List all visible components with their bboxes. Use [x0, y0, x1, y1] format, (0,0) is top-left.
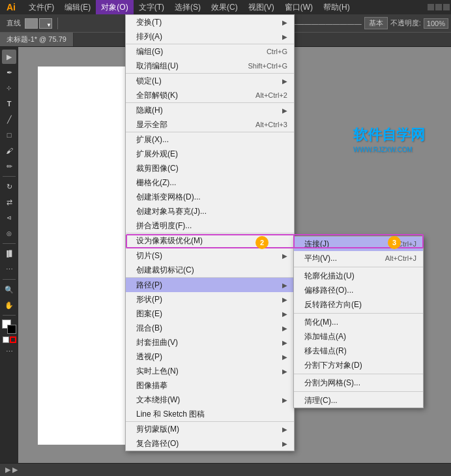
- menu-pixel-perfect[interactable]: 设为像素级优化(M): [126, 233, 294, 248]
- doc-tab[interactable]: 未标题-1* @ 75.79: [0, 33, 74, 46]
- menu-section-9: 形状(P) ▶ 图案(E) ▶ 混合(B) ▶ 封套扭曲(V) ▶ 透视(P) …: [126, 292, 294, 422]
- path-divide-below[interactable]: 分割下方对象(D): [294, 358, 423, 372]
- menu-help[interactable]: 帮助(H): [318, 0, 355, 14]
- color-swatch[interactable]: [2, 320, 16, 334]
- app-logo: Ai: [1, 2, 21, 12]
- menu-hide[interactable]: 隐藏(H) ▶: [126, 103, 294, 117]
- tool-rotate[interactable]: ↻: [2, 179, 16, 194]
- watermark-line2: WWW.RJZXW.COM: [353, 145, 425, 155]
- toolbar-right: —————————— 基本 不透明度: 100%: [290, 17, 448, 29]
- menu-expand-appearance[interactable]: 扩展外观(E): [126, 147, 294, 161]
- tool-anchor[interactable]: ⊹: [2, 81, 16, 95]
- path-remove-anchor[interactable]: 移去锚点(R): [294, 344, 423, 358]
- tool-sep-2: [3, 243, 16, 244]
- opacity-value: 100%: [424, 18, 448, 29]
- menu-rasterize[interactable]: 栅格化(Z)...: [126, 175, 294, 190]
- tool-width[interactable]: ⊲: [2, 211, 16, 225]
- menu-shape[interactable]: 形状(P) ▶: [126, 292, 294, 306]
- menu-envelope-distort[interactable]: 封套扭曲(V) ▶: [126, 335, 294, 350]
- watermark: 软件自学网 WWW.RJZXW.COM: [353, 125, 425, 155]
- tool-blend[interactable]: ◎: [2, 226, 16, 241]
- menu-unlock-all[interactable]: 全部解锁(K) Alt+Ctrl+2: [126, 88, 294, 102]
- path-add-anchor[interactable]: 添加锚点(A): [294, 329, 423, 344]
- menu-items: 文件(F) 编辑(E) 对象(O) 文字(T) 选择(S) 效果(C) 视图(V…: [23, 0, 355, 14]
- menu-section-8: 路径(P) ▶: [126, 278, 294, 292]
- menu-expand[interactable]: 扩展(X)...: [126, 132, 294, 147]
- fill-box[interactable]: [3, 336, 9, 343]
- tool-more-2[interactable]: ⋯: [2, 344, 16, 359]
- tool-sep-4: [3, 315, 16, 316]
- menu-create-crop-marks[interactable]: 创建裁切标记(C): [126, 263, 294, 277]
- menu-clipping-mask[interactable]: 剪切蒙版(M) ▶: [126, 422, 294, 436]
- tool-more[interactable]: ⋯: [2, 262, 16, 276]
- menu-create-mosaic[interactable]: 创建对象马赛克(J)...: [126, 204, 294, 218]
- tool-pencil[interactable]: ✏: [2, 159, 16, 173]
- menu-show-all[interactable]: 显示全部 Alt+Ctrl+3: [126, 117, 294, 132]
- menu-lock[interactable]: 锁定(L) ▶: [126, 74, 294, 88]
- tool-paintbrush[interactable]: 🖌: [2, 143, 16, 158]
- tool-hand[interactable]: ✋: [2, 298, 16, 312]
- path-join[interactable]: 连接(J) Ctrl+J: [294, 237, 423, 251]
- menu-crop-image[interactable]: 裁剪图像(C): [126, 161, 294, 175]
- badge-3: 3: [388, 236, 401, 249]
- menu-text[interactable]: 文字(T): [134, 0, 169, 14]
- tool-column-chart[interactable]: ▐▋: [2, 246, 16, 261]
- arrow-icon: ▶: [282, 325, 287, 332]
- arrow-icon: ▶: [282, 440, 287, 447]
- no-fill-box[interactable]: [10, 336, 16, 343]
- menu-group[interactable]: 编组(G) Ctrl+G: [126, 44, 294, 59]
- path-submenu: 连接(J) Ctrl+J 平均(V)... Alt+Ctrl+J 轮廓化描边(U…: [293, 236, 424, 408]
- menu-transform[interactable]: 变换(T) ▶: [126, 15, 294, 29]
- menu-text-wrap[interactable]: 文本绕排(W) ▶: [126, 393, 294, 407]
- arrow-icon: ▶: [282, 368, 287, 375]
- path-average[interactable]: 平均(V)... Alt+Ctrl+J: [294, 251, 423, 265]
- menu-file[interactable]: 文件(F): [23, 0, 59, 14]
- shortcut-text: Alt+Ctrl+3: [255, 121, 287, 128]
- path-outline-stroke[interactable]: 轮廓化描边(U): [294, 269, 423, 283]
- menu-blend[interactable]: 混合(B) ▶: [126, 321, 294, 335]
- menu-create-gradient-mesh[interactable]: 创建渐变网格(D)...: [126, 190, 294, 204]
- arrow-icon: ▶: [282, 296, 287, 303]
- tool-line[interactable]: ╱: [2, 112, 16, 126]
- menu-view[interactable]: 视图(V): [243, 0, 280, 14]
- menu-effects[interactable]: 效果(C): [206, 0, 243, 14]
- menu-section-3: 锁定(L) ▶ 全部解锁(K) Alt+Ctrl+2: [126, 74, 294, 103]
- menu-flatten-transparency[interactable]: 拼合透明度(F)...: [126, 218, 294, 233]
- shortcut-text: Alt+Ctrl+2: [255, 91, 287, 99]
- menu-path[interactable]: 路径(P) ▶: [126, 278, 294, 292]
- tool-type[interactable]: T: [2, 97, 16, 111]
- path-split-grid[interactable]: 分割为网格(S)...: [294, 376, 423, 390]
- menu-arrange[interactable]: 排列(A) ▶: [126, 29, 294, 44]
- menu-perspective[interactable]: 透视(P) ▶: [126, 350, 294, 364]
- menu-edit[interactable]: 编辑(E): [59, 0, 96, 14]
- menu-line-sketch[interactable]: Line 和 Sketch 图稿: [126, 407, 294, 421]
- toolbar-sep-1: [57, 18, 58, 29]
- tool-zoom[interactable]: 🔍: [2, 282, 16, 297]
- path-divider-1: [294, 267, 423, 267]
- menu-section-6: 设为像素级优化(M): [126, 233, 294, 248]
- menu-ungroup[interactable]: 取消编组(U) Shift+Ctrl+G: [126, 59, 294, 73]
- menu-section-1: 变换(T) ▶ 排列(A) ▶: [126, 15, 294, 44]
- menu-image-trace[interactable]: 图像描摹: [126, 378, 294, 393]
- arrow-icon: ▶: [282, 33, 287, 40]
- path-reverse[interactable]: 反转路径方向(E): [294, 297, 423, 312]
- tool-select[interactable]: ▶: [2, 50, 16, 64]
- menu-live-paint[interactable]: 实时上色(N) ▶: [126, 364, 294, 378]
- path-offset[interactable]: 偏移路径(O)...: [294, 283, 423, 297]
- path-divider-3: [294, 374, 423, 374]
- arrow-icon: ▶: [282, 353, 287, 361]
- path-simplify[interactable]: 简化(M)...: [294, 315, 423, 329]
- menu-pattern[interactable]: 图案(E) ▶: [126, 306, 294, 321]
- menu-object[interactable]: 对象(O): [96, 0, 133, 14]
- shortcut-text: Shift+Ctrl+G: [248, 62, 287, 70]
- fill-stroke: [3, 336, 16, 343]
- menu-section-10: 剪切蒙版(M) ▶ 复合路径(O) ▶: [126, 422, 294, 451]
- tool-mirror[interactable]: ⇄: [2, 195, 16, 209]
- menu-window[interactable]: 窗口(W): [280, 0, 318, 14]
- path-cleanup[interactable]: 清理(C)...: [294, 393, 423, 408]
- menu-compound-path[interactable]: 复合路径(O) ▶: [126, 436, 294, 451]
- menu-select[interactable]: 选择(S): [169, 0, 206, 14]
- menu-slice[interactable]: 切片(S) ▶: [126, 248, 294, 263]
- tool-pen[interactable]: ✒: [2, 65, 16, 80]
- tool-shape[interactable]: □: [2, 128, 16, 142]
